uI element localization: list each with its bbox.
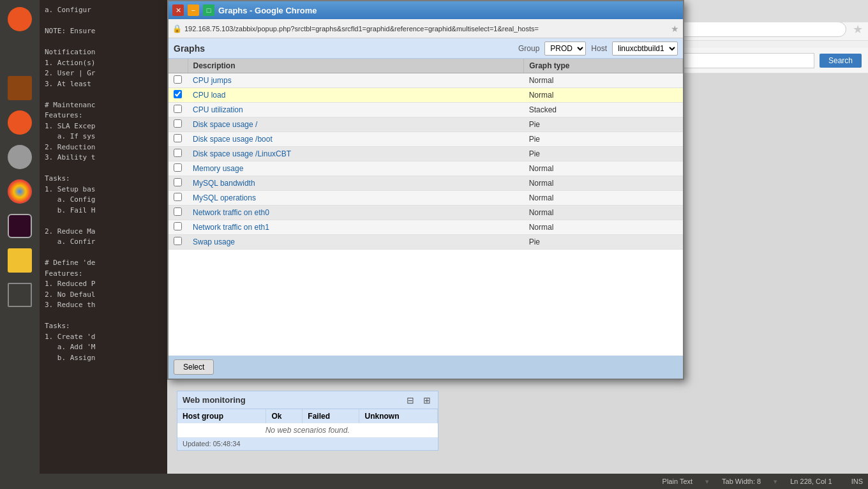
row-link-cpu-load[interactable]: CPU load (193, 91, 225, 100)
popup-close-btn[interactable]: ✕ (172, 4, 184, 16)
plain-text-status[interactable]: Plain Text (662, 478, 693, 485)
taskbar-ubuntu[interactable] (4, 3, 36, 35)
wm-header: Web monitoring ⊟ ⊞ (177, 391, 438, 409)
row-type-cpu-load: Normal (524, 88, 683, 103)
row-link-mysql-bw[interactable]: MySQL bandwidth (193, 179, 255, 188)
row-checkbox-memory[interactable] (174, 163, 182, 172)
taskbar-files[interactable] (4, 38, 36, 70)
wm-col-unknown: Unknown (359, 409, 438, 423)
star-icon[interactable]: ★ (853, 22, 863, 36)
host-select[interactable]: linuxcbtbuild1 (612, 41, 678, 56)
row-checkbox-net-eth0[interactable] (174, 207, 182, 216)
popup-titlebar: ✕ − □ Graphs - Google Chrome (168, 1, 683, 19)
row-link-swap[interactable]: Swap usage (193, 237, 235, 246)
wm-expand-btn[interactable]: ⊞ (421, 395, 433, 406)
host-label: Host (591, 44, 607, 53)
graphs-section-title: Graphs (174, 43, 205, 54)
table-row: Disk space usage / Pie (168, 117, 683, 132)
main-content: Help | Get support | Print | Profile | L… (40, 0, 868, 489)
row-link-disk-root[interactable]: Disk space usage / (193, 120, 257, 129)
terminal-icon (8, 214, 32, 238)
taskbar-trash[interactable] (4, 279, 36, 311)
wm-title: Web monitoring (183, 395, 400, 405)
taskbar-editor[interactable] (4, 244, 36, 276)
taskbar-browser[interactable] (4, 176, 36, 207)
row-link-net-eth0[interactable]: Network traffic on eth0 (193, 208, 269, 217)
ubuntu-icon (8, 7, 32, 31)
editor-icon (8, 248, 32, 273)
row-checkbox-disk-root[interactable] (174, 119, 182, 128)
group-select[interactable]: PROD (544, 41, 586, 56)
row-checkbox-cpu-load[interactable] (174, 90, 182, 98)
taskbar-settings[interactable] (4, 141, 36, 173)
search-button[interactable]: Search (819, 54, 862, 68)
status-bar: Plain Text ▾ Tab Width: 8 ▾ Ln 228, Col … (0, 474, 868, 489)
popup-content: Graphs Group PROD Host linuxcbtbuild1 (168, 38, 683, 379)
graphs-popup: ✕ − □ Graphs - Google Chrome 🔒 192.168.7… (167, 0, 684, 380)
software-icon (8, 110, 32, 135)
tab-width-status[interactable]: Tab Width: 8 (722, 478, 761, 485)
table-row: Disk space usage /LinuxCBT Pie (168, 147, 683, 162)
wm-footer: Updated: 05:48:34 (177, 437, 438, 450)
row-link-mysql-ops[interactable]: MySQL operations (193, 193, 256, 202)
popup-min-btn[interactable]: − (188, 4, 199, 16)
row-type-cpu-util: Stacked (524, 103, 683, 117)
files-icon (8, 41, 32, 66)
trash-icon (8, 283, 32, 307)
row-checkbox-net-eth1[interactable] (174, 222, 182, 230)
ln-col-status: Ln 228, Col 1 (790, 478, 832, 485)
row-link-disk-boot[interactable]: Disk space usage /boot (193, 135, 273, 144)
popup-title: Graphs - Google Chrome (218, 6, 679, 15)
taskbar (0, 0, 40, 489)
popup-address: 192.168.75.103/zabbix/popup.php?srctbl=g… (184, 25, 668, 33)
row-type-mysql-bw: Normal (524, 176, 683, 191)
wm-collapse-btn[interactable]: ⊟ (405, 395, 416, 406)
taskbar-folder[interactable] (4, 72, 36, 104)
popup-max-btn[interactable]: □ (203, 4, 214, 16)
text-editor[interactable]: a. Configur NOTE: Ensure Notification 1.… (40, 0, 167, 489)
wm-no-data-row: No web scenarios found. (177, 423, 438, 437)
row-checkbox-cpu-jumps[interactable] (174, 75, 182, 84)
web-monitoring-widget: Web monitoring ⊟ ⊞ Host group Ok Failed … (177, 391, 438, 451)
row-link-net-eth1[interactable]: Network traffic on eth1 (193, 223, 269, 232)
table-row: CPU jumps Normal (168, 73, 683, 88)
table-row: Disk space usage /boot Pie (168, 132, 683, 147)
row-type-disk-boot: Pie (524, 132, 683, 147)
status-sep1: ▾ (705, 478, 709, 486)
row-type-swap: Pie (524, 235, 683, 250)
wm-col-ok: Ok (266, 409, 303, 423)
taskbar-terminal[interactable] (4, 210, 36, 242)
row-checkbox-cpu-util[interactable] (174, 105, 182, 113)
popup-star-icon[interactable]: ★ (671, 24, 679, 34)
taskbar-software[interactable] (4, 107, 36, 139)
row-checkbox-disk-boot[interactable] (174, 134, 182, 142)
select-button[interactable]: Select (174, 359, 214, 375)
graphs-table: Description Graph type CPU jumps Normal (168, 59, 683, 356)
row-checkbox-mysql-ops[interactable] (174, 193, 182, 201)
row-link-cpu-util[interactable]: CPU utilization (193, 105, 243, 114)
table-row: CPU utilization Stacked (168, 103, 683, 117)
row-checkbox-mysql-bw[interactable] (174, 178, 182, 186)
row-type-memory: Normal (524, 162, 683, 176)
row-type-disk-linuxcbt: Pie (524, 147, 683, 162)
wm-no-data: No web scenarios found. (177, 423, 438, 437)
col-checkbox (168, 59, 188, 73)
row-link-disk-linuxcbt[interactable]: Disk space usage /LinuxCBT (193, 149, 291, 158)
ins-status: INS (851, 478, 863, 485)
row-type-disk-root: Pie (524, 117, 683, 132)
row-link-memory[interactable]: Memory usage (193, 164, 243, 173)
status-sep2: ▾ (774, 478, 777, 486)
table-row: Swap usage Pie (168, 235, 683, 250)
folder-icon (8, 76, 32, 100)
row-checkbox-swap[interactable] (174, 237, 182, 245)
table-row: Network traffic on eth0 Normal (168, 206, 683, 220)
editor-content: a. Configur NOTE: Ensure Notification 1.… (45, 5, 162, 363)
group-label: Group (518, 44, 539, 53)
row-link-cpu-jumps[interactable]: CPU jumps (193, 76, 232, 85)
wm-table: Host group Ok Failed Unknown No web scen… (177, 409, 438, 437)
row-checkbox-disk-linuxcbt[interactable] (174, 149, 182, 157)
wm-col-hostgroup: Host group (177, 409, 266, 423)
table-row: MySQL bandwidth Normal (168, 176, 683, 191)
col-graph-type: Graph type (524, 59, 683, 73)
popup-addr-icon: 🔒 (172, 24, 182, 33)
